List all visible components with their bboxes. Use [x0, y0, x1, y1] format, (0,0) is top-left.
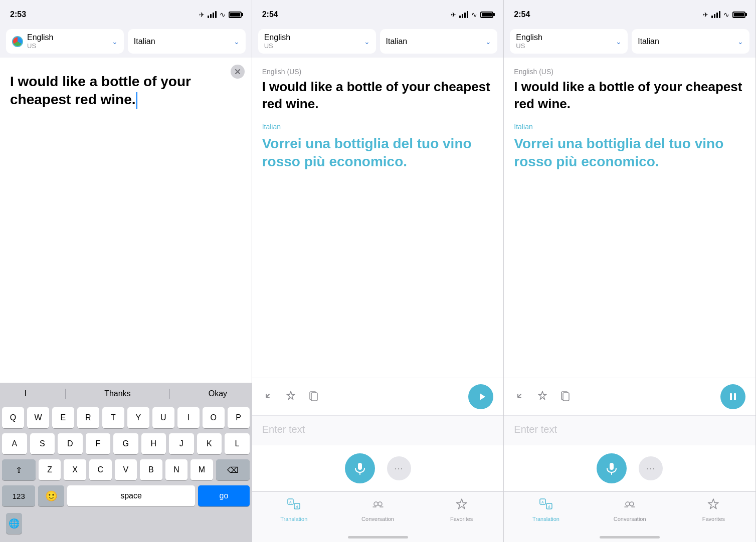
- lang-from-btn-2[interactable]: English US ⌄: [258, 29, 376, 54]
- key-v[interactable]: V: [115, 459, 137, 480]
- play-button-2[interactable]: [468, 384, 493, 409]
- bottom-toolbar-2: [252, 378, 504, 415]
- key-c[interactable]: C: [89, 459, 112, 480]
- key-h[interactable]: H: [141, 433, 166, 454]
- input-text[interactable]: I would like a bottle of your cheapest r…: [10, 73, 242, 109]
- chevron-down-icon-3: ⌄: [616, 38, 622, 46]
- translation-content-3: English (US) I would like a bottle of yo…: [504, 58, 755, 378]
- key-emoji[interactable]: 🙂: [38, 485, 64, 506]
- svg-point-26: [630, 502, 634, 506]
- tab-conversation-2[interactable]: Conversation: [336, 497, 420, 522]
- tab-label-favorites-3: Favorites: [702, 516, 725, 522]
- star-icon-2[interactable]: [285, 390, 296, 404]
- keyboard[interactable]: Q W E R T Y U I O P A S D F G H J K L ⇧ …: [0, 405, 252, 542]
- tab-label-translation-3: Translation: [532, 516, 559, 522]
- key-t[interactable]: T: [102, 407, 124, 428]
- source-text-2: I would like a bottle of your cheapest r…: [262, 79, 494, 113]
- tab-translation-3[interactable]: A A Translation: [504, 497, 588, 522]
- key-globe[interactable]: 🌐: [6, 513, 22, 534]
- key-b[interactable]: B: [140, 459, 162, 480]
- conversation-icon-2: [371, 497, 385, 514]
- chevron-down-icon-3b: ⌄: [737, 38, 743, 46]
- lang-to-name-2: Italian: [386, 37, 408, 46]
- key-x[interactable]: X: [64, 459, 86, 480]
- key-g[interactable]: G: [113, 433, 138, 454]
- key-q[interactable]: Q: [2, 407, 24, 428]
- source-text-3: I would like a bottle of your cheapest r…: [514, 79, 745, 113]
- key-r[interactable]: R: [77, 407, 99, 428]
- lang-from-btn-1[interactable]: English US ⌄: [6, 29, 124, 54]
- mic-button-3[interactable]: [597, 453, 627, 483]
- lang-from-region-2: US: [264, 42, 290, 50]
- home-indicator-2: [252, 532, 504, 542]
- svg-rect-19: [610, 463, 614, 470]
- key-numbers[interactable]: 123: [2, 485, 35, 506]
- enter-text-area-3[interactable]: Enter text: [504, 415, 755, 445]
- tab-conversation-3[interactable]: Conversation: [588, 497, 672, 522]
- expand-icon-3[interactable]: [514, 390, 525, 404]
- autocomplete-word-1[interactable]: I: [15, 389, 37, 398]
- svg-rect-18: [734, 393, 736, 400]
- key-d[interactable]: D: [58, 433, 83, 454]
- svg-point-11: [374, 502, 378, 506]
- more-button-2[interactable]: ···: [387, 456, 411, 480]
- tab-favorites-2[interactable]: Favorites: [420, 497, 503, 522]
- star-icon-3[interactable]: [537, 390, 548, 404]
- lang-from-name-2: English: [264, 33, 290, 42]
- panel-translation-play: 2:54 ✈ ∿ English US ⌄: [252, 0, 504, 542]
- location-icon-3: ✈: [703, 11, 708, 19]
- lang-from-name-1: English: [27, 33, 53, 42]
- pause-button-3[interactable]: [720, 384, 745, 409]
- key-delete[interactable]: ⌫: [216, 459, 250, 480]
- target-text-3: Vorrei una bottiglia del tuo vino rosso …: [514, 135, 745, 171]
- tab-label-conversation-2: Conversation: [361, 516, 394, 522]
- key-i[interactable]: I: [177, 407, 200, 428]
- signal-bars-2: [459, 11, 468, 18]
- signal-bars-3: [711, 11, 720, 18]
- expand-icon-2[interactable]: [262, 390, 273, 404]
- status-icons-2: ✈ ∿: [451, 11, 493, 19]
- status-bar-3: 2:54 ✈ ∿: [504, 0, 755, 25]
- phrasebook-icon-3[interactable]: [560, 390, 571, 404]
- mic-button-2[interactable]: [345, 453, 375, 483]
- key-row-3: ⇧ Z X C V B N M ⌫: [0, 457, 252, 483]
- key-w[interactable]: W: [27, 407, 49, 428]
- translation-icon-2: A A: [287, 497, 301, 514]
- svg-text:A: A: [547, 505, 550, 508]
- key-z[interactable]: Z: [39, 459, 61, 480]
- key-space[interactable]: space: [67, 485, 196, 506]
- key-s[interactable]: S: [30, 433, 55, 454]
- key-e[interactable]: E: [52, 407, 74, 428]
- key-n[interactable]: N: [165, 459, 188, 480]
- enter-text-area-2[interactable]: Enter text: [252, 415, 504, 445]
- key-k[interactable]: K: [197, 433, 222, 454]
- key-o[interactable]: O: [203, 407, 225, 428]
- tab-bar-2: A A Translation Conversation: [252, 491, 504, 532]
- close-button[interactable]: [231, 65, 245, 79]
- autocomplete-word-2[interactable]: Thanks: [94, 389, 140, 398]
- key-l[interactable]: L: [225, 433, 250, 454]
- lang-to-btn-2[interactable]: Italian ⌄: [380, 29, 498, 54]
- tab-label-translation-2: Translation: [280, 516, 307, 522]
- svg-point-25: [626, 502, 630, 506]
- toolbar-left-2: [262, 390, 319, 404]
- key-j[interactable]: J: [169, 433, 194, 454]
- lang-to-btn-3[interactable]: Italian ⌄: [632, 29, 749, 54]
- lang-from-btn-3[interactable]: English US ⌄: [510, 29, 628, 54]
- tab-favorites-3[interactable]: Favorites: [672, 497, 755, 522]
- phrasebook-icon-2[interactable]: [308, 390, 319, 404]
- lang-to-btn-1[interactable]: Italian ⌄: [128, 29, 246, 54]
- key-a[interactable]: A: [2, 433, 27, 454]
- tab-bar-3: A A Translation Conversation: [504, 491, 755, 532]
- key-f[interactable]: F: [86, 433, 111, 454]
- tab-translation-2[interactable]: A A Translation: [252, 497, 336, 522]
- key-y[interactable]: Y: [127, 407, 149, 428]
- autocomplete-word-3[interactable]: Okay: [199, 389, 237, 398]
- key-go[interactable]: go: [198, 485, 249, 506]
- key-m[interactable]: M: [191, 459, 213, 480]
- key-shift[interactable]: ⇧: [2, 459, 36, 480]
- more-button-3[interactable]: ···: [639, 456, 663, 480]
- key-p[interactable]: P: [228, 407, 250, 428]
- input-content-area[interactable]: I would like a bottle of your cheapest r…: [0, 58, 252, 383]
- key-u[interactable]: U: [152, 407, 174, 428]
